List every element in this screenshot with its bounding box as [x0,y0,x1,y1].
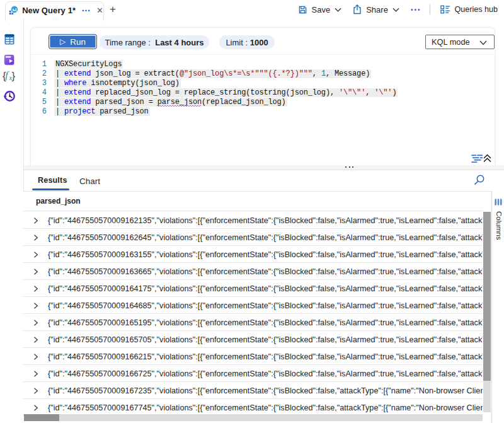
svg-text:x: x [8,74,12,81]
svg-text:}: } [12,70,16,82]
